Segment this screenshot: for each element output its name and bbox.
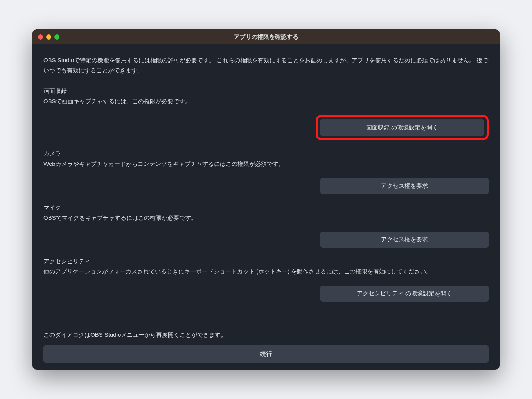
section-title: アクセシビリティ [43,256,489,266]
highlight-annotation: 画面収録 の環境設定を開く [316,115,489,140]
maximize-icon[interactable] [54,34,59,40]
permissions-dialog: アプリの権限を確認する OBS Studioで特定の機能を使用するには権限の許可… [32,29,500,370]
continue-button[interactable]: 続行 [43,345,489,363]
intro-text: OBS Studioで特定の機能を使用するには権限の許可が必要です。 これらの権… [43,55,489,76]
section-title: 画面収録 [43,86,489,96]
footer-note: このダイアログはOBS Studioメニューから再度開くことができます。 [43,330,489,340]
titlebar: アプリの権限を確認する [32,29,500,44]
button-row: アクセス権を要求 [43,232,489,248]
window-controls [38,34,59,40]
request-microphone-access-button[interactable]: アクセス権を要求 [320,232,489,248]
section-desc: 他のアプリケーションがフォーカスされているときにキーボードショートカット (ホッ… [43,266,489,277]
section-accessibility: アクセシビリティ 他のアプリケーションがフォーカスされているときにキーボードショ… [43,256,489,302]
section-screen-recording: 画面収録 OBSで画面キャプチャするには、この権限が必要です。 画面収録 の環境… [43,86,489,140]
section-desc: OBSで画面キャプチャするには、この権限が必要です。 [43,96,489,106]
section-title: マイク [43,203,489,213]
window-title: アプリの権限を確認する [234,33,298,41]
section-desc: Webカメラやキャプチャカードからコンテンツをキャプチャするにはこの権限が必須で… [43,159,489,169]
dialog-content: OBS Studioで特定の機能を使用するには権限の許可が必要です。 これらの権… [32,44,500,370]
button-row: アクセシビリティ の環境設定を開く [43,286,489,302]
section-camera: カメラ Webカメラやキャプチャカードからコンテンツをキャプチャするにはこの権限… [43,149,489,194]
button-row: アクセス権を要求 [43,178,489,194]
open-screen-recording-prefs-button[interactable]: 画面収録 の環境設定を開く [320,119,484,136]
button-row: 画面収録 の環境設定を開く [43,115,489,140]
request-camera-access-button[interactable]: アクセス権を要求 [320,178,489,194]
open-accessibility-prefs-button[interactable]: アクセシビリティ の環境設定を開く [320,286,489,302]
section-title: カメラ [43,149,489,159]
minimize-icon[interactable] [46,34,51,40]
section-microphone: マイク OBSでマイクをキャプチャするにはこの権限が必要です。 アクセス権を要求 [43,203,489,248]
close-icon[interactable] [38,34,43,40]
section-desc: OBSでマイクをキャプチャするにはこの権限が必要です。 [43,213,489,223]
